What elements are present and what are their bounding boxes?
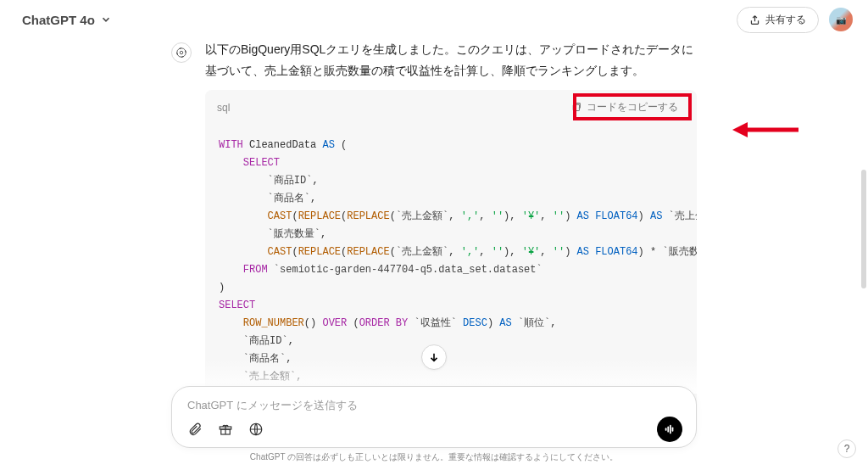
code-header: sql コードをコピーする [205,90,697,125]
copy-label: コードをコピーする [587,100,678,115]
model-selector[interactable]: ChatGPT 4o [15,9,119,31]
svg-point-0 [180,51,183,54]
voice-button[interactable] [657,417,682,442]
share-icon [749,14,760,25]
gift-icon [218,422,233,437]
top-bar: ChatGPT 4o 共有する 📷 [0,0,868,39]
copy-code-button[interactable]: コードをコピーする [564,97,685,118]
openai-logo-icon [175,47,187,59]
arrow-down-icon [428,351,440,363]
scrollbar-thumb[interactable] [861,170,866,288]
assistant-avatar [171,42,192,63]
annotation-arrow [732,117,800,143]
svg-rect-5 [665,428,667,431]
avatar[interactable]: 📷 [829,8,853,31]
svg-rect-6 [667,427,669,433]
composer-area [171,386,697,448]
svg-rect-7 [670,425,671,434]
assistant-text: 以下のBigQuery用SQLクエリを生成しました。このクエリは、アップロードさ… [205,39,697,81]
tool-left [186,420,265,439]
attach-button[interactable] [186,420,204,439]
code-block: sql コードをコピーする WITH CleanedData AS ( SELE… [205,90,697,416]
svg-marker-10 [732,122,748,137]
gift-button[interactable] [216,420,235,439]
svg-rect-1 [573,105,579,111]
composer-tools [184,413,684,444]
message-input[interactable] [184,394,684,413]
code-language: sql [217,102,230,114]
footer-disclaimer: ChatGPT の回答は必ずしも正しいとは限りません。重要な情報は確認するように… [0,451,868,463]
share-button[interactable]: 共有する [737,7,819,33]
code-body[interactable]: WITH CleanedData AS ( SELECT `商品ID`, `商品… [205,125,697,416]
composer [171,386,697,448]
paperclip-icon [187,422,203,437]
model-name: ChatGPT 4o [22,13,95,27]
globe-icon [248,422,264,437]
copy-icon [570,102,581,113]
top-right: 共有する 📷 [737,7,853,33]
help-button[interactable]: ? [837,439,856,458]
svg-rect-8 [672,427,674,431]
scroll-down-button[interactable] [421,344,447,370]
chevron-down-icon [100,14,112,25]
message-body: 以下のBigQuery用SQLクエリを生成しました。このクエリは、アップロードさ… [205,39,697,416]
share-label: 共有する [765,13,806,27]
web-button[interactable] [247,420,265,439]
waveform-icon [664,423,676,435]
